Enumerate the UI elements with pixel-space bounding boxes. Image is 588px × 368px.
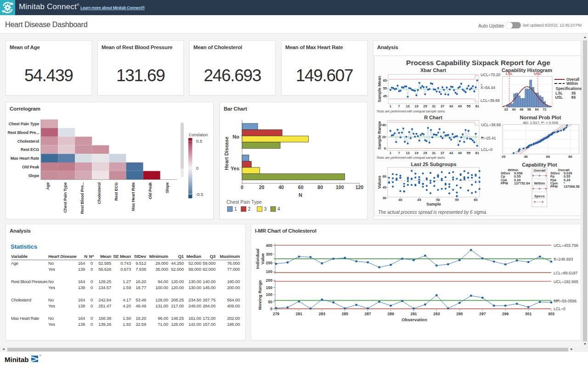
- svg-text:287: 287: [365, 312, 371, 316]
- svg-text:289: 289: [388, 312, 394, 316]
- svg-text:Sample Mean: Sample Mean: [377, 76, 382, 102]
- svg-text:UCL=192.965: UCL=192.965: [554, 279, 578, 284]
- svg-text:43: 43: [449, 151, 453, 155]
- svg-text:R=15.41: R=15.41: [481, 136, 496, 140]
- svg-text:Specs: Specs: [534, 194, 545, 198]
- svg-text:Correlation: Correlation: [189, 133, 208, 137]
- svg-text:Rest ECG: Rest ECG: [114, 182, 119, 201]
- svg-text:LCL=0: LCL=0: [481, 147, 493, 152]
- svg-text:301: 301: [525, 312, 531, 316]
- svg-text:37: 37: [441, 104, 444, 108]
- svg-text:UCL=403.766: UCL=403.766: [554, 243, 578, 248]
- svg-text:45: 45: [383, 185, 386, 190]
- svg-text:19: 19: [414, 151, 418, 155]
- svg-text:Within: Within: [566, 81, 578, 86]
- svg-text:20: 20: [382, 135, 386, 139]
- svg-text:100: 100: [336, 184, 344, 190]
- svg-text:283: 283: [319, 312, 325, 316]
- svg-text:Max Heart Rate: Max Heart Rate: [131, 182, 136, 211]
- svg-text:50: 50: [268, 300, 273, 304]
- svg-text:48: 48: [520, 107, 523, 112]
- svg-text:37: 37: [441, 151, 444, 155]
- svg-text:297: 297: [479, 312, 486, 316]
- svg-text:USL: USL: [534, 72, 542, 76]
- svg-text:-0.5: -0.5: [196, 192, 203, 197]
- svg-text:Rest ECG: Rest ECG: [21, 147, 39, 152]
- svg-text:30: 30: [383, 196, 386, 200]
- svg-text:64: 64: [535, 107, 539, 112]
- svg-text:50: 50: [436, 198, 440, 202]
- svg-text:Rest Blood Pre...: Rest Blood Pre...: [7, 130, 39, 135]
- svg-text:291: 291: [410, 312, 417, 316]
- svg-text:Yes: Yes: [231, 166, 239, 171]
- svg-text:45: 45: [417, 198, 421, 202]
- svg-text:56: 56: [527, 107, 531, 112]
- svg-text:R Chart: R Chart: [424, 115, 442, 120]
- svg-text:X=54.44: X=54.44: [481, 85, 495, 90]
- svg-text:49: 49: [458, 151, 462, 155]
- svg-text:Values: Values: [377, 176, 382, 189]
- svg-text:N: N: [299, 192, 302, 198]
- svg-text:279: 279: [273, 312, 279, 316]
- svg-text:137068.58: 137068.58: [564, 184, 580, 189]
- svg-text:0: 0: [384, 146, 386, 151]
- svg-text:Slope: Slope: [28, 173, 39, 178]
- svg-text:60: 60: [383, 174, 386, 178]
- svg-text:Observation: Observation: [401, 317, 427, 322]
- svg-text:Heart Disease: Heart Disease: [224, 137, 229, 170]
- svg-text:Specifications: Specifications: [556, 86, 582, 91]
- svg-text:Sample: Sample: [426, 202, 441, 206]
- svg-text:PPM: PPM: [501, 181, 508, 185]
- svg-text:1: 1: [390, 104, 391, 108]
- svg-text:32: 32: [504, 107, 508, 112]
- svg-text:0.5: 0.5: [196, 139, 202, 144]
- svg-text:43: 43: [449, 104, 453, 108]
- svg-text:Cholesterol: Cholesterol: [17, 139, 39, 144]
- svg-text:65: 65: [383, 78, 387, 83]
- svg-text:Value: Value: [260, 253, 265, 265]
- svg-text:Tests are performed with unequ: Tests are performed with unequal sample …: [376, 109, 446, 113]
- svg-text:Individual: Individual: [255, 249, 260, 269]
- svg-text:55: 55: [383, 86, 387, 90]
- svg-text:LCL=38.68: LCL=38.68: [481, 98, 500, 103]
- svg-text:4: 4: [277, 206, 280, 212]
- svg-text:55: 55: [467, 151, 470, 155]
- svg-text:200: 200: [266, 261, 272, 265]
- svg-text:Chest Pain Type: Chest Pain Type: [9, 122, 40, 126]
- svg-text:Chest Pain Type: Chest Pain Type: [226, 199, 262, 205]
- svg-text:293: 293: [433, 312, 440, 316]
- svg-text:0: 0: [270, 307, 272, 311]
- svg-text:285: 285: [342, 312, 348, 316]
- svg-text:AD: 1.517, P: < 0.005: AD: 1.517, P: < 0.005: [523, 121, 558, 125]
- svg-text:Normal Prob Plot: Normal Prob Plot: [520, 115, 561, 120]
- svg-text:40: 40: [278, 184, 284, 190]
- svg-text:Cholesterol: Cholesterol: [97, 182, 102, 204]
- svg-text:1: 1: [390, 151, 391, 155]
- svg-text:55: 55: [467, 104, 470, 108]
- svg-text:2: 2: [248, 206, 251, 212]
- svg-text:LCL=0: LCL=0: [554, 307, 565, 311]
- svg-text:Sample Range: Sample Range: [377, 121, 382, 150]
- svg-text:31: 31: [432, 151, 435, 155]
- svg-text:Process Capability Sixpack Rep: Process Capability Sixpack Report for Ag…: [406, 59, 550, 67]
- svg-text:200: 200: [266, 278, 272, 283]
- svg-text:303: 303: [548, 312, 554, 316]
- svg-text:61: 61: [475, 151, 479, 155]
- svg-text:MR=59.0596: MR=59.0596: [554, 299, 577, 303]
- svg-text:7: 7: [398, 104, 400, 108]
- svg-text:100: 100: [266, 292, 272, 297]
- svg-text:80: 80: [317, 184, 323, 190]
- svg-text:55: 55: [455, 198, 458, 202]
- svg-text:LSL: LSL: [506, 72, 513, 76]
- svg-text:Max Heart Rate: Max Heart Rate: [11, 156, 39, 161]
- svg-text:61: 61: [475, 104, 479, 108]
- svg-text:20: 20: [502, 155, 505, 159]
- svg-text:0: 0: [241, 184, 243, 190]
- svg-text:PPM: PPM: [550, 184, 558, 189]
- svg-text:Last 25 Subgroups: Last 25 Subgroups: [411, 162, 456, 167]
- svg-text:40: 40: [524, 155, 527, 159]
- svg-text:No: No: [232, 134, 239, 139]
- svg-text:40: 40: [512, 107, 515, 112]
- svg-text:UCL=39.66: UCL=39.66: [481, 123, 501, 127]
- svg-text:45: 45: [383, 94, 387, 98]
